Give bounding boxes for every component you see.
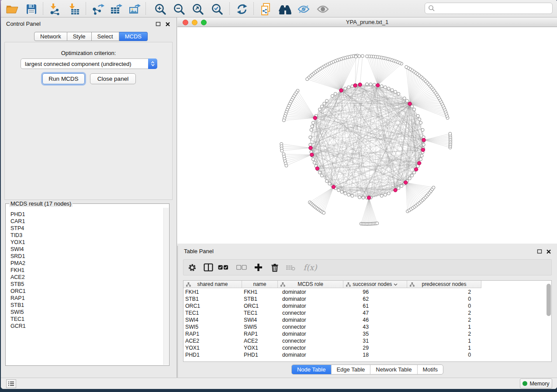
- graph-node[interactable]: [309, 136, 312, 139]
- graph-node[interactable]: [369, 83, 372, 86]
- cell-mcds-role[interactable]: dominator: [282, 296, 339, 303]
- graph-edge[interactable]: [287, 110, 315, 118]
- graph-node[interactable]: [366, 55, 369, 58]
- graph-node[interactable]: [421, 128, 424, 131]
- column-header-name[interactable]: name: [242, 281, 278, 288]
- graph-edge[interactable]: [290, 104, 315, 118]
- graph-node[interactable]: [419, 121, 422, 124]
- graph-edge[interactable]: [406, 182, 431, 191]
- tab-edge-table[interactable]: Edge Table: [331, 365, 370, 374]
- mcds-result-item[interactable]: GCR1: [10, 323, 163, 330]
- mcds-result-item[interactable]: RAP1: [10, 295, 163, 302]
- graph-node[interactable]: [422, 143, 425, 146]
- graph-node[interactable]: [285, 164, 288, 167]
- graph-node[interactable]: [411, 174, 414, 177]
- mcds-graph-node[interactable]: [414, 168, 418, 171]
- graph-node[interactable]: [416, 114, 419, 117]
- graph-node[interactable]: [403, 97, 406, 100]
- graph-node[interactable]: [387, 192, 390, 195]
- cell-mcds-role[interactable]: dominator: [282, 316, 339, 323]
- mcds-result-item[interactable]: STB5: [10, 281, 163, 288]
- export-network-button[interactable]: [90, 2, 106, 16]
- cell-name[interactable]: ACE2: [244, 337, 278, 344]
- mcds-result-scrollbar[interactable]: [163, 208, 169, 365]
- table-row[interactable]: ORC1ORC1dominator610: [183, 303, 551, 309]
- graph-edge[interactable]: [371, 56, 378, 85]
- graph-node[interactable]: [413, 108, 416, 111]
- column-header-predecessor-nodes[interactable]: predecessor nodes: [407, 281, 481, 288]
- cell-name[interactable]: RAP1: [244, 330, 278, 337]
- graph-node[interactable]: [351, 194, 354, 197]
- graph-node[interactable]: [344, 192, 347, 195]
- graph-edge[interactable]: [297, 93, 315, 118]
- cell-name[interactable]: PHD1: [244, 351, 278, 358]
- graph-node[interactable]: [376, 222, 379, 225]
- graph-node[interactable]: [380, 85, 383, 88]
- mcds-result-item[interactable]: CAR1: [10, 218, 163, 225]
- mcds-graph-node[interactable]: [339, 89, 343, 92]
- graph-edge[interactable]: [286, 155, 311, 165]
- graph-node[interactable]: [310, 128, 313, 131]
- import-table-button[interactable]: [66, 2, 82, 16]
- cell-shared-name[interactable]: STB1: [185, 296, 240, 303]
- show-all-button[interactable]: [315, 2, 331, 16]
- mcds-graph-node[interactable]: [404, 181, 407, 184]
- open-file-button[interactable]: [4, 2, 20, 16]
- graph-node[interactable]: [334, 92, 337, 95]
- mcds-result-item[interactable]: SRD1: [10, 253, 163, 260]
- mcds-graph-node[interactable]: [315, 167, 319, 170]
- graph-edge[interactable]: [378, 62, 398, 85]
- cell-successor-nodes[interactable]: 47: [343, 309, 369, 316]
- cell-predecessor-nodes[interactable]: 2: [407, 330, 474, 337]
- graph-edge[interactable]: [317, 71, 341, 90]
- table-row[interactable]: RAP1RAP1dominator352: [183, 330, 551, 337]
- mcds-graph-node[interactable]: [313, 116, 317, 120]
- graph-node[interactable]: [358, 55, 361, 58]
- graph-node[interactable]: [394, 90, 397, 93]
- table-row[interactable]: ACE2ACE2connector311: [183, 337, 551, 344]
- mcds-result-item[interactable]: PMA2: [10, 260, 163, 267]
- cell-name[interactable]: STB1: [244, 296, 278, 303]
- graph-node[interactable]: [347, 86, 350, 89]
- mcds-result-item[interactable]: YOX1: [10, 239, 163, 246]
- graph-node[interactable]: [306, 78, 309, 81]
- table-scrollbar[interactable]: [547, 284, 551, 316]
- graph-node[interactable]: [280, 149, 284, 152]
- cell-shared-name[interactable]: SWI4: [185, 316, 240, 323]
- graph-node[interactable]: [340, 190, 343, 193]
- graph-node[interactable]: [408, 177, 411, 180]
- mcds-graph-node[interactable]: [394, 188, 397, 192]
- graph-node[interactable]: [418, 118, 421, 121]
- table-row[interactable]: STB1STB1dominator620: [183, 296, 551, 303]
- tab-network[interactable]: Network: [34, 32, 67, 41]
- graph-edge[interactable]: [310, 76, 341, 90]
- task-history-button[interactable]: [6, 379, 16, 388]
- graph-node[interactable]: [282, 119, 285, 122]
- refresh-layout-button[interactable]: [234, 2, 250, 16]
- mcds-result-item[interactable]: TEC1: [10, 316, 163, 323]
- close-panel-icon[interactable]: [165, 21, 170, 27]
- deselect-all-button[interactable]: [236, 260, 247, 275]
- delete-table-button[interactable]: [285, 260, 296, 275]
- graph-edge[interactable]: [324, 187, 333, 213]
- import-network-button[interactable]: [47, 2, 63, 16]
- cell-name[interactable]: SWI4: [244, 316, 278, 323]
- graph-edge[interactable]: [406, 182, 430, 193]
- zoom-in-button[interactable]: [152, 2, 168, 16]
- graph-node[interactable]: [347, 193, 350, 196]
- graph-node[interactable]: [325, 100, 329, 103]
- cell-mcds-role[interactable]: connector: [282, 344, 339, 351]
- mcds-result-item[interactable]: SWI5: [10, 309, 163, 316]
- graph-node[interactable]: [320, 105, 323, 108]
- cell-mcds-role[interactable]: dominator: [282, 303, 339, 309]
- search-network-button[interactable]: [277, 2, 293, 16]
- graph-node[interactable]: [331, 94, 334, 97]
- cell-predecessor-nodes[interactable]: 0: [407, 351, 474, 358]
- close-table-panel-icon[interactable]: [546, 249, 551, 254]
- table-row[interactable]: YOX1YOX1connector291: [183, 344, 551, 351]
- close-panel-button[interactable]: Close panel: [90, 73, 136, 84]
- graph-node[interactable]: [384, 193, 387, 196]
- graph-node[interactable]: [323, 102, 326, 105]
- graph-edge[interactable]: [424, 140, 450, 146]
- graph-node[interactable]: [311, 121, 315, 124]
